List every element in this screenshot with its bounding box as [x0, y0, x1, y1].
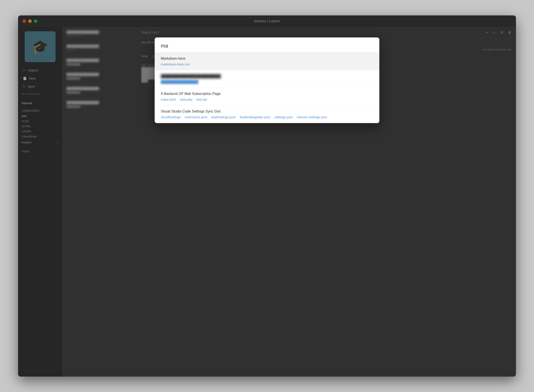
search-result-item[interactable]: ████████████████████████ ███████████████… — [155, 70, 379, 88]
search-result-item[interactable]: A Backend OF Mail Subscription Page inde… — [155, 88, 379, 106]
search-result-file[interactable]: mail.php — [180, 98, 192, 101]
search-result-title: Visual Studio Code Settings Sync Gist — [161, 109, 373, 113]
search-result-file[interactable]: markdown-here.css — [161, 62, 190, 66]
search-result-file[interactable]: test.sql — [196, 98, 207, 101]
search-result-file[interactable]: settings.json — [275, 115, 293, 119]
search-modal: Markdown-here markdown-here.css ████████… — [155, 37, 379, 123]
search-result-file[interactable]: ████████████████ — [161, 80, 198, 84]
search-result-title: Markdown-here — [161, 57, 373, 61]
search-result-file[interactable]: vsicons.settings.json — [297, 115, 327, 119]
search-result-file[interactable]: keybindings.json — [211, 115, 236, 119]
search-result-files: index.html mail.php test.sql — [161, 98, 373, 101]
search-result-title: ████████████████████████ — [161, 74, 373, 78]
search-result-files: markdown-here.css — [161, 62, 373, 66]
search-result-file[interactable]: index.html — [161, 98, 176, 101]
search-input-row — [155, 37, 379, 53]
app-window: bestony | Lepton 🎓 ↩ Logout 📄 New ↻ Sync — [18, 15, 516, 377]
search-result-file[interactable]: cloudSettings — [161, 115, 181, 119]
search-result-files: cloudSettings extensions.json keybinding… — [161, 115, 373, 119]
search-input[interactable] — [161, 43, 373, 49]
search-result-file[interactable]: extensions.json — [185, 115, 207, 119]
search-result-item[interactable]: Visual Studio Code Settings Sync Gist cl… — [155, 106, 379, 123]
search-result-title: A Backend OF Mail Subscription Page — [161, 92, 373, 96]
search-result-item[interactable]: Markdown-here markdown-here.css — [155, 53, 379, 70]
search-result-file[interactable]: keybindingsMac.json — [240, 115, 270, 119]
search-results: Markdown-here markdown-here.css ████████… — [155, 53, 379, 123]
search-result-files: ████████████████ — [161, 80, 373, 84]
